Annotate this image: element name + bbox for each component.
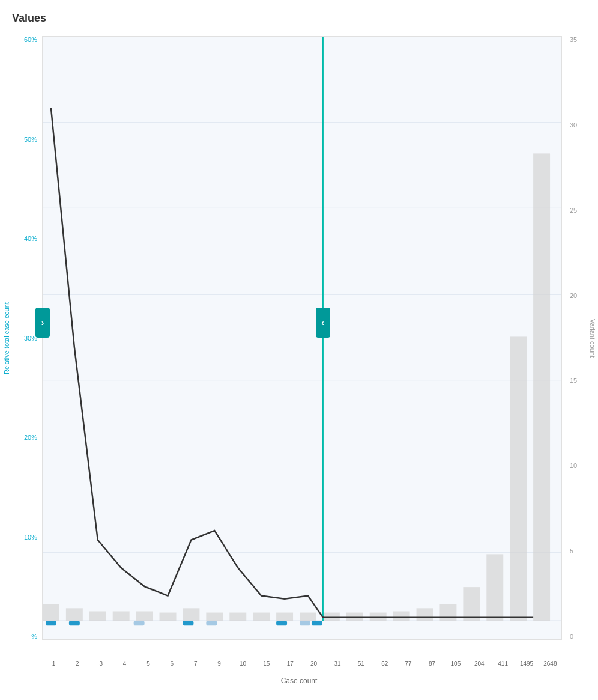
svg-rect-16 bbox=[229, 613, 246, 621]
y-label-right-25: 25 bbox=[570, 207, 577, 214]
y-axis-right-label: Variant count bbox=[589, 318, 596, 357]
svg-rect-23 bbox=[393, 611, 410, 621]
chart-title: Values bbox=[12, 12, 46, 25]
x-label-17: 17 bbox=[279, 660, 302, 667]
svg-rect-22 bbox=[370, 613, 387, 621]
svg-rect-38 bbox=[312, 621, 322, 625]
x-label-20: 20 bbox=[302, 660, 325, 667]
y-label-60: 60% bbox=[24, 36, 37, 43]
x-label-15: 15 bbox=[255, 660, 278, 667]
chart-area: › ‹ bbox=[42, 36, 562, 640]
y-axis-left-label: Relative total case count bbox=[3, 302, 10, 374]
x-label-105: 105 bbox=[444, 660, 467, 667]
svg-rect-14 bbox=[183, 608, 199, 621]
svg-rect-24 bbox=[417, 608, 433, 621]
y-label-right-20: 20 bbox=[570, 292, 577, 299]
y-label-right-0: 0 bbox=[570, 633, 573, 640]
y-label-right-35: 35 bbox=[570, 36, 577, 43]
svg-rect-17 bbox=[253, 613, 270, 621]
y-label-40: 40% bbox=[24, 235, 37, 242]
y-label-20: 20% bbox=[24, 434, 37, 441]
right-handle-icon: ‹ bbox=[321, 318, 324, 327]
x-label-87: 87 bbox=[420, 660, 444, 667]
y-label-50: 50% bbox=[24, 136, 37, 143]
x-label-4: 4 bbox=[113, 660, 136, 667]
y-label-right-15: 15 bbox=[570, 377, 577, 384]
y-axis-right-label-container: Variant count bbox=[587, 36, 598, 640]
x-label-9: 9 bbox=[208, 660, 231, 667]
x-label-62: 62 bbox=[373, 660, 396, 667]
y-label-0: % bbox=[31, 633, 37, 640]
left-handle-icon: › bbox=[41, 318, 44, 327]
x-label-1: 1 bbox=[42, 660, 65, 667]
y-axis-left-label-container: Relative total case count bbox=[1, 36, 12, 640]
x-label-5: 5 bbox=[137, 660, 160, 667]
x-label-2: 2 bbox=[65, 660, 89, 667]
svg-rect-33 bbox=[134, 621, 145, 625]
x-label-31: 31 bbox=[326, 660, 349, 667]
svg-rect-18 bbox=[276, 613, 293, 621]
svg-rect-29 bbox=[533, 153, 550, 621]
svg-rect-26 bbox=[463, 587, 480, 621]
x-label-2648: 2648 bbox=[539, 660, 562, 667]
svg-rect-15 bbox=[206, 613, 223, 621]
svg-rect-10 bbox=[89, 611, 106, 621]
svg-rect-9 bbox=[66, 608, 83, 621]
svg-rect-19 bbox=[300, 613, 316, 621]
svg-rect-21 bbox=[346, 613, 363, 621]
x-label-1495: 1495 bbox=[515, 660, 539, 667]
x-label-77: 77 bbox=[397, 660, 420, 667]
x-axis-title: Case count bbox=[281, 677, 318, 685]
x-label-6: 6 bbox=[160, 660, 184, 667]
x-axis-labels: 1 2 3 4 5 6 7 9 10 15 17 20 31 51 62 77 … bbox=[42, 660, 562, 667]
chart-svg bbox=[43, 37, 561, 639]
svg-rect-28 bbox=[510, 336, 527, 621]
x-label-10: 10 bbox=[231, 660, 255, 667]
left-handle-button[interactable]: › bbox=[35, 308, 50, 338]
svg-rect-27 bbox=[486, 554, 503, 621]
chart-container: Values 60% 50% 40% 30% 20% 10% % Relativ… bbox=[0, 0, 598, 700]
svg-rect-31 bbox=[46, 621, 56, 625]
svg-rect-35 bbox=[206, 621, 217, 625]
svg-rect-11 bbox=[113, 611, 130, 621]
svg-rect-34 bbox=[183, 621, 193, 625]
svg-rect-32 bbox=[69, 621, 80, 625]
svg-rect-0 bbox=[43, 37, 561, 639]
x-label-3: 3 bbox=[89, 660, 113, 667]
y-label-right-10: 10 bbox=[570, 462, 577, 469]
svg-rect-13 bbox=[160, 613, 177, 621]
y-label-right-30: 30 bbox=[570, 121, 577, 129]
svg-rect-36 bbox=[276, 621, 287, 625]
svg-rect-20 bbox=[323, 613, 340, 621]
x-label-204: 204 bbox=[468, 660, 491, 667]
svg-rect-37 bbox=[300, 621, 310, 625]
x-label-51: 51 bbox=[349, 660, 373, 667]
x-label-7: 7 bbox=[184, 660, 207, 667]
y-label-10: 10% bbox=[24, 534, 37, 541]
right-handle-button[interactable]: ‹ bbox=[316, 308, 330, 338]
y-label-right-5: 5 bbox=[570, 547, 573, 555]
svg-rect-12 bbox=[136, 611, 153, 621]
x-label-411: 411 bbox=[491, 660, 515, 667]
svg-rect-8 bbox=[43, 604, 59, 621]
